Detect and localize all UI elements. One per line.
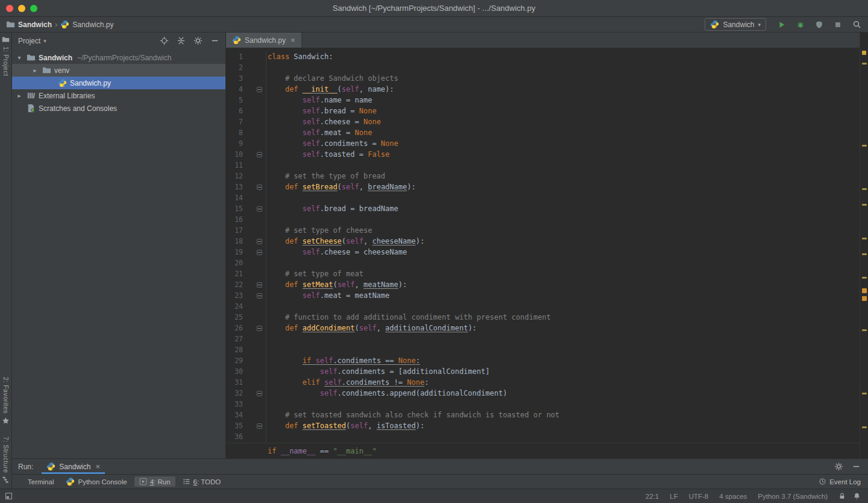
code-line-13[interactable]: 13 def setBread(self, breadName):	[226, 182, 860, 192]
code-line-32[interactable]: 32 self.condiments.append(additionalCond…	[226, 388, 860, 399]
tool-window-button-4-run[interactable]: 4: Run	[134, 476, 175, 487]
notifications-icon[interactable]	[853, 492, 861, 500]
fold-marker-icon[interactable]	[257, 250, 262, 255]
code-line-9[interactable]: 9 self.condiments = None	[226, 138, 860, 149]
code-line-4[interactable]: 4 def __init__(self, name):	[226, 84, 860, 95]
code-line-14[interactable]: 14	[226, 192, 860, 203]
tool-window-button-terminal[interactable]: Terminal	[23, 477, 58, 487]
code-line-30[interactable]: 30 self.condiments = [additionalCondimen…	[226, 366, 860, 377]
select-opened-file-icon[interactable]	[160, 36, 169, 45]
code-line-15[interactable]: 15 self.bread = breadName	[226, 203, 860, 214]
line-separator[interactable]: LF	[670, 493, 678, 500]
debug-button[interactable]	[795, 19, 806, 30]
breadcrumb-project[interactable]: Sandwich	[18, 21, 52, 29]
breadcrumb-file[interactable]: Sandwich.py	[72, 21, 113, 29]
code-line-34[interactable]: 34 # set toasted sandwich also check if …	[226, 410, 860, 420]
project-panel-title[interactable]: Project	[18, 37, 40, 45]
close-run-tab-icon[interactable]: ×	[95, 462, 100, 471]
tree-chevron-icon[interactable]: ▸	[31, 67, 39, 74]
code-line-26[interactable]: 26 def addCondiment(self, additionalCond…	[226, 323, 860, 334]
code-line-17[interactable]: 17 # set type of cheese	[226, 225, 860, 236]
error-stripe-mark[interactable]	[862, 63, 867, 65]
hide-run-panel-icon[interactable]	[852, 462, 861, 471]
close-window-button[interactable]	[6, 5, 13, 12]
read-only-lock-icon[interactable]	[838, 492, 846, 500]
hide-panel-icon[interactable]	[210, 36, 219, 45]
code-line-20[interactable]: 20	[226, 258, 860, 268]
code-line-10[interactable]: 10 self.toasted = False	[226, 149, 860, 160]
close-tab-icon[interactable]: ×	[291, 36, 295, 45]
code-line-28[interactable]: 28	[226, 344, 860, 355]
python-interpreter[interactable]: Python 3.7 (Sandwich)	[758, 493, 828, 500]
code-line-2[interactable]: 2	[226, 62, 860, 73]
caret-position[interactable]: 22:1	[646, 493, 659, 500]
code-line-5[interactable]: 5 self.name = name	[226, 95, 860, 106]
zoom-window-button[interactable]	[30, 5, 37, 12]
tool-window-button-6-todo[interactable]: 6: TODO	[178, 476, 226, 487]
code-line-35[interactable]: 35 def setToasted(self, isToasted):	[226, 420, 860, 431]
error-stripe-mark[interactable]	[862, 393, 867, 394]
code-line-1[interactable]: 1class Sandwich:	[226, 51, 860, 62]
tree-item-venv[interactable]: ▸venv	[12, 64, 225, 77]
code-line-33[interactable]: 33	[226, 399, 860, 410]
run-configuration-select[interactable]: Sandwich ▾	[705, 18, 766, 31]
fold-marker-icon[interactable]	[257, 206, 262, 212]
indent-info[interactable]: 4 spaces	[719, 493, 747, 500]
tree-item-external-libraries[interactable]: ▸External Libraries	[12, 89, 225, 102]
code-line-7[interactable]: 7 self.cheese = None	[226, 116, 860, 127]
code-line-16[interactable]: 16	[226, 214, 860, 225]
run-panel-gear-icon[interactable]	[834, 462, 843, 471]
fold-marker-icon[interactable]	[257, 326, 262, 331]
error-stripe-mark[interactable]	[862, 296, 867, 301]
error-stripe-mark[interactable]	[862, 253, 867, 255]
code-line-29[interactable]: 29 if self.condiments == None:	[226, 355, 860, 366]
code-line-31[interactable]: 31 elif self.condiments != None:	[226, 377, 860, 388]
tree-item-sandwich-py[interactable]: Sandwich.py	[12, 77, 225, 89]
tool-window-structure-button[interactable]: 7: Structure	[2, 437, 10, 484]
tool-window-switcher-icon[interactable]	[5, 492, 13, 500]
error-stripe-scrollbar[interactable]	[860, 33, 868, 458]
fold-marker-icon[interactable]	[257, 293, 262, 299]
error-stripe-mark[interactable]	[862, 51, 866, 55]
gear-icon[interactable]	[193, 36, 203, 45]
error-stripe-mark[interactable]	[862, 277, 867, 279]
fold-marker-icon[interactable]	[257, 152, 262, 157]
code-line-3[interactable]: 3 # declare Sandwich objects	[226, 73, 860, 84]
code-line-25[interactable]: 25 # function to add additional condimen…	[226, 312, 860, 323]
code-line-21[interactable]: 21 # set type of meat	[226, 268, 860, 279]
error-stripe-mark[interactable]	[862, 329, 867, 331]
run-with-coverage-button[interactable]	[814, 19, 825, 30]
error-stripe-mark[interactable]	[862, 238, 867, 239]
code-line-6[interactable]: 6 self.bread = None	[226, 106, 860, 116]
search-everywhere-button[interactable]	[851, 19, 862, 30]
code-line-8[interactable]: 8 self.meat = None	[226, 127, 860, 138]
fold-marker-icon[interactable]	[257, 87, 262, 92]
code-line-27[interactable]: 27	[226, 334, 860, 344]
code-line-18[interactable]: 18 def setCheese(self, cheeseName):	[226, 236, 860, 247]
tool-window-favorites-button[interactable]: 2: Favorites	[2, 377, 10, 425]
minimize-window-button[interactable]	[18, 5, 25, 12]
error-stripe-mark[interactable]	[862, 188, 867, 190]
fold-marker-icon[interactable]	[257, 239, 262, 244]
code-line-23[interactable]: 23 self.meat = meatName	[226, 290, 860, 301]
fold-marker-icon[interactable]	[257, 391, 262, 396]
error-stripe-mark[interactable]	[862, 288, 867, 293]
event-log-button[interactable]: Event Log	[819, 478, 861, 486]
code-line-11[interactable]: 11	[226, 160, 860, 171]
stop-button[interactable]	[832, 19, 843, 30]
fold-marker-icon[interactable]	[257, 282, 262, 288]
code-line-19[interactable]: 19 self.cheese = cheeseName	[226, 247, 860, 258]
tool-window-project-button[interactable]: 1: Project	[2, 36, 10, 76]
code-line-22[interactable]: 22 def setMeat(self, meatName):	[226, 279, 860, 290]
run-button[interactable]	[776, 19, 787, 30]
fold-marker-icon[interactable]	[257, 423, 262, 429]
tree-item-sandwich[interactable]: ▾Sandwich~/PycharmProjects/Sandwich	[12, 51, 225, 64]
file-encoding[interactable]: UTF-8	[689, 493, 709, 500]
code-line-24[interactable]: 24	[226, 301, 860, 312]
code-line-36[interactable]: 36	[226, 431, 860, 442]
tree-chevron-icon[interactable]: ▸	[16, 92, 23, 99]
collapse-all-icon[interactable]	[177, 36, 186, 45]
code-line-12[interactable]: 12 # set the type of bread	[226, 171, 860, 182]
error-stripe-mark[interactable]	[862, 145, 867, 147]
editor-tab-sandwich-py[interactable]: Sandwich.py ×	[226, 33, 302, 48]
